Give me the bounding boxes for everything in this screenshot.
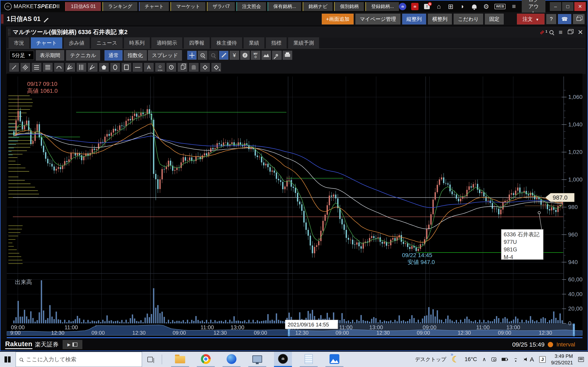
pentagon-tool[interactable]	[99, 63, 109, 72]
workspace-button-1[interactable]: マイページ管理	[355, 14, 400, 25]
help-button[interactable]: ?	[546, 14, 556, 24]
crosshair-icon[interactable]	[187, 51, 197, 60]
info-icon[interactable]: i	[240, 51, 250, 60]
menu-tab-6[interactable]: 保有銘柄...	[268, 2, 301, 11]
task-view-button[interactable]	[147, 357, 153, 362]
ime-mode-indicator[interactable]: A	[530, 356, 534, 363]
area-chart-icon[interactable]	[261, 51, 271, 60]
fan-lines-tool[interactable]	[66, 63, 75, 72]
chrome-app-icon[interactable]	[197, 352, 215, 367]
eraser-all-tool[interactable]: A	[212, 63, 221, 72]
web-icon[interactable]: WEB	[494, 4, 506, 9]
overflow-chevron-icon[interactable]: »	[450, 351, 453, 357]
h-lines-4-tool[interactable]	[43, 63, 52, 72]
order-button[interactable]: 注文▼	[517, 14, 545, 25]
window-add-icon[interactable]: ⊞	[447, 3, 454, 10]
close-button[interactable]: ✕	[574, 2, 586, 11]
draw-pencil-icon[interactable]	[219, 51, 228, 60]
menu-tab-0[interactable]: 1日信AS 01	[65, 2, 101, 11]
search-icon[interactable]	[549, 30, 553, 34]
maximize-button[interactable]: □	[562, 2, 573, 11]
panel-tab-9[interactable]: 指標	[266, 37, 287, 49]
workspace-button-4[interactable]: こだわり	[454, 14, 483, 25]
explorer-app-icon[interactable]	[171, 352, 189, 367]
panel-tab-4[interactable]: 時系列	[124, 37, 150, 49]
panel-title-bar[interactable]: マルチツール(個別銘柄) 6336 石井表記 東2 ∞1 ≡ ✕	[7, 27, 585, 38]
text-tool[interactable]: A	[144, 63, 154, 72]
trend-line-tool[interactable]	[9, 63, 19, 72]
settings-icon[interactable]: ⚙	[483, 3, 490, 10]
panel-tab-3[interactable]: ニュース	[91, 37, 122, 49]
toolbar-button-0[interactable]: 表示期間	[36, 50, 64, 60]
battery-icon[interactable]	[502, 358, 507, 361]
panel-tab-10[interactable]: 業績予測	[288, 37, 319, 49]
zoom-in-icon[interactable]: +	[198, 51, 207, 60]
mode-button-0[interactable]: 通常	[104, 50, 122, 60]
workspace-button-5[interactable]: 固定	[485, 14, 504, 25]
taskbar-clock[interactable]: 3:49 PM9/25/2021	[551, 353, 573, 366]
panel-tab-5[interactable]: 適時開示	[151, 37, 182, 49]
pulse-red-icon[interactable]: ıIı	[411, 3, 419, 10]
bell-icon[interactable]	[471, 4, 478, 8]
home-icon[interactable]: ⌂	[435, 3, 442, 10]
zoom-out-icon[interactable]: −	[208, 51, 218, 60]
edit-workspace-icon[interactable]	[43, 16, 49, 22]
icon-stamp-tool[interactable]: ☺ICON	[155, 63, 165, 72]
h-lines-3-tool[interactable]	[32, 63, 41, 72]
print-icon[interactable]	[283, 51, 292, 60]
my-chart-icon[interactable]: MYı|ı	[251, 51, 260, 60]
price-chart[interactable]: 9409609801,0001,0201,0401,060020,00040,0…	[7, 74, 582, 338]
camera-tray-icon[interactable]	[492, 358, 496, 361]
panel-tab-8[interactable]: 業績	[243, 37, 264, 49]
pulse-blue-icon[interactable]: ıIı	[399, 3, 406, 10]
panel-tab-2[interactable]: 歩み値	[64, 37, 90, 49]
panel-tab-0[interactable]: 市況	[9, 37, 29, 49]
wrench-icon[interactable]	[272, 51, 282, 60]
eraser-tool[interactable]	[200, 63, 210, 72]
start-button[interactable]	[4, 356, 11, 363]
hand-tool[interactable]	[189, 63, 199, 72]
notepad-app-icon[interactable]	[300, 352, 318, 367]
toolbar-button-1[interactable]: テクニカル	[66, 50, 100, 60]
panel-tab-7[interactable]: 株主優待	[211, 37, 242, 49]
menu-tab-5[interactable]: 注文照会	[236, 2, 266, 11]
menu-tab-7[interactable]: 銘柄ナビ	[303, 2, 333, 11]
workspace-button-0[interactable]: +画面追加	[322, 14, 354, 25]
mode-button-2[interactable]: スプレッド	[148, 50, 182, 60]
display-icon[interactable]: ◗	[459, 3, 466, 10]
drag-grip-icon[interactable]	[8, 29, 11, 36]
support-phone-button[interactable]: ☎	[558, 14, 571, 24]
edge-app-icon[interactable]	[223, 352, 241, 367]
menu-tab-2[interactable]: チャート	[139, 2, 169, 11]
remote-monitor-app-icon[interactable]	[248, 352, 266, 367]
menu-icon[interactable]: ≡	[510, 3, 517, 10]
weather-temp[interactable]: 16°C	[465, 356, 477, 363]
side-panel-toggle[interactable]: ▶	[63, 340, 82, 349]
menu-tab-4[interactable]: ザラバ7	[207, 2, 235, 11]
menu-tab-3[interactable]: マーケット	[170, 2, 205, 11]
yen-icon[interactable]: ¥	[230, 51, 239, 60]
parallel-lines-tool[interactable]	[21, 63, 30, 72]
duplicate-window-icon[interactable]	[568, 30, 572, 34]
volume-icon[interactable]	[524, 358, 527, 361]
link-icon[interactable]: ∞1	[538, 28, 546, 36]
panel-close-icon[interactable]: ✕	[578, 28, 583, 36]
desktop-toolbar[interactable]: デスクトップ»	[415, 356, 447, 363]
workspace-button-3[interactable]: 横整列	[428, 14, 452, 25]
menu-tab-9[interactable]: 登録銘柄...	[365, 2, 399, 11]
h-segment-tool[interactable]	[133, 63, 142, 72]
show-hidden-icons[interactable]: ∧	[482, 356, 486, 363]
menu-tab-1[interactable]: ランキング	[102, 2, 138, 11]
time-cycle-tool[interactable]	[167, 63, 176, 72]
duplicate-layout-button[interactable]	[573, 14, 585, 24]
fib-arc-tool[interactable]	[54, 63, 64, 72]
panel-tab-1[interactable]: チャート	[31, 37, 62, 49]
copy-list-tool[interactable]	[178, 63, 187, 72]
ellipse-tool[interactable]	[111, 63, 120, 72]
panel-tab-6[interactable]: 四季報	[184, 37, 210, 49]
minimize-button[interactable]: –	[550, 2, 561, 11]
period-select[interactable]: 5分足▼	[9, 51, 34, 60]
v-lines-tool[interactable]	[77, 63, 86, 72]
menu-tab-8[interactable]: 個別銘柄	[334, 2, 364, 11]
action-center-icon[interactable]	[578, 357, 584, 362]
